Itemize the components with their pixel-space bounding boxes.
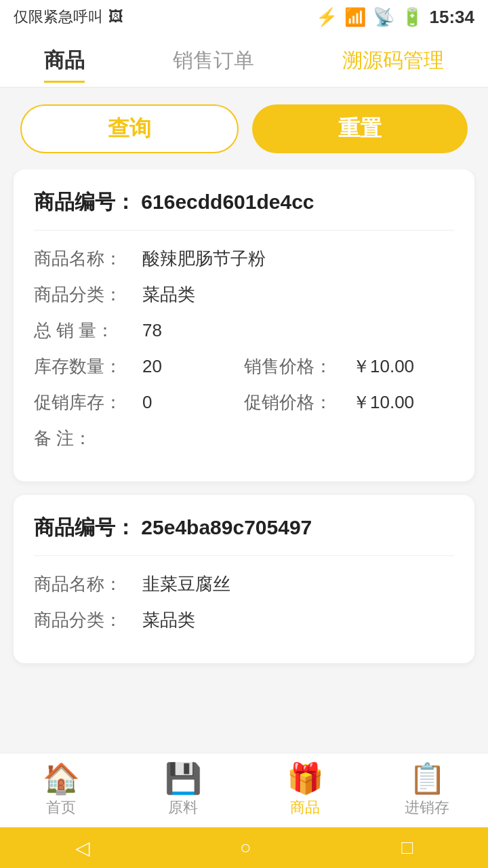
nav-goods[interactable]: 🎁 商品 [244,764,366,818]
product-sales-row-1: 总 销 量： 78 [34,319,454,342]
battery-icon: 🔋 [401,7,423,28]
bottom-nav: 🏠 首页 💾 原料 🎁 商品 📋 进销存 [0,753,488,827]
nav-goods-label: 商品 [290,797,320,818]
product-category-row-1: 商品分类： 菜品类 [34,283,454,307]
goods-icon: 🎁 [287,764,324,793]
wifi-icon: 📶 [344,7,366,28]
stock-icon: 📋 [409,764,446,793]
signal-icon: 📡 [373,7,394,28]
product-promo-row: 促销库存： 0 促销价格： ￥10.00 [34,391,454,414]
product-category-row-2: 商品分类： 菜品类 [34,608,454,632]
time-display: 15:34 [430,7,475,28]
product-stock-price-row: 库存数量： 20 销售价格： ￥10.00 [34,355,454,378]
nav-material-label: 原料 [168,797,198,818]
product-card-2: 商品编号： 25e4ba89c705497 商品名称： 韭菜豆腐丝 商品分类： … [14,495,474,663]
nav-home-label: 首页 [46,797,76,818]
promo-price: 促销价格： ￥10.00 [244,391,454,414]
material-icon: 💾 [165,764,202,793]
home-icon: 🏠 [43,764,80,793]
nav-home[interactable]: 🏠 首页 [0,764,122,818]
product-name-row-1: 商品名称： 酸辣肥肠节子粉 [34,247,454,271]
product-name-row-2: 商品名称： 韭菜豆腐丝 [34,572,454,596]
action-row: 查询 重置 [0,88,488,170]
nav-stock-label: 进销存 [405,797,449,818]
tab-orders[interactable]: 销售订单 [159,40,268,81]
product-id-1: 商品编号： 616ecdd601de4cc [34,189,454,231]
android-back-button[interactable]: ◁ [75,837,90,859]
android-nav-bar: ◁ ○ □ [0,827,488,868]
nav-material[interactable]: 💾 原料 [122,764,244,818]
status-right: ⚡ 📶 📡 🔋 15:34 [316,7,475,28]
status-left: 仅限紧急呼叫 🖼 [14,7,123,27]
photo-icon: 🖼 [108,8,123,26]
cards-container: 商品编号： 616ecdd601de4cc 商品名称： 酸辣肥肠节子粉 商品分类… [0,170,488,753]
product-remark-row-1: 备 注： [34,427,454,450]
query-button[interactable]: 查询 [20,104,239,153]
sale-price: 销售价格： ￥10.00 [244,355,454,378]
android-recent-button[interactable]: □ [401,837,413,859]
bluetooth-icon: ⚡ [316,7,338,28]
status-bar: 仅限紧急呼叫 🖼 ⚡ 📶 📡 🔋 15:34 [0,0,488,34]
tab-goods[interactable]: 商品 [30,40,98,81]
tab-trace[interactable]: 溯源码管理 [329,40,458,81]
emergency-text: 仅限紧急呼叫 [14,7,103,27]
product-id-2: 商品编号： 25e4ba89c705497 [34,514,454,556]
top-nav: 商品 销售订单 溯源码管理 [0,34,488,88]
android-home-button[interactable]: ○ [240,837,251,859]
stock-quantity: 库存数量： 20 [34,355,244,378]
reset-button[interactable]: 重置 [252,104,468,153]
promo-stock: 促销库存： 0 [34,391,244,414]
product-card-1: 商品编号： 616ecdd601de4cc 商品名称： 酸辣肥肠节子粉 商品分类… [14,170,474,481]
nav-stock[interactable]: 📋 进销存 [366,764,488,818]
